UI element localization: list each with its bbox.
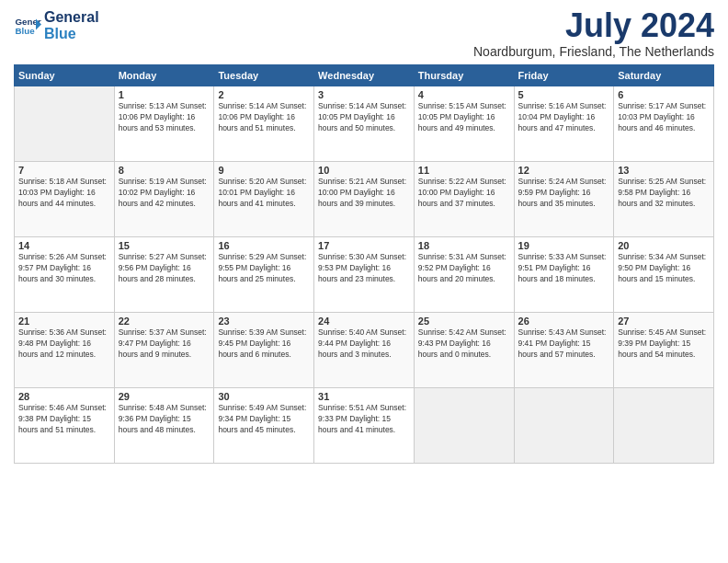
day-info: Sunrise: 5:45 AM Sunset: 9:39 PM Dayligh… [618,327,710,361]
day-info: Sunrise: 5:40 AM Sunset: 9:44 PM Dayligh… [318,327,410,361]
day-cell: 20Sunrise: 5:34 AM Sunset: 9:50 PM Dayli… [614,237,714,313]
day-number: 29 [119,391,210,402]
day-number: 7 [18,165,110,176]
day-info: Sunrise: 5:18 AM Sunset: 10:03 PM Daylig… [18,177,110,210]
week-row-1: 1Sunrise: 5:13 AM Sunset: 10:06 PM Dayli… [15,86,714,162]
day-info: Sunrise: 5:26 AM Sunset: 9:57 PM Dayligh… [18,252,110,285]
calendar-table: SundayMondayTuesdayWednesdayThursdayFrid… [14,64,714,464]
day-info: Sunrise: 5:27 AM Sunset: 9:56 PM Dayligh… [119,252,210,285]
day-number: 24 [318,316,410,327]
day-cell [15,86,115,162]
logo: General Blue General Blue [14,9,99,41]
day-info: Sunrise: 5:49 AM Sunset: 9:34 PM Dayligh… [218,403,310,436]
day-cell: 8Sunrise: 5:19 AM Sunset: 10:02 PM Dayli… [114,162,214,237]
day-cell: 15Sunrise: 5:27 AM Sunset: 9:56 PM Dayli… [114,237,214,313]
col-header-saturday: Saturday [614,65,714,86]
day-cell: 1Sunrise: 5:13 AM Sunset: 10:06 PM Dayli… [114,86,214,162]
day-number: 3 [318,89,410,100]
day-info: Sunrise: 5:19 AM Sunset: 10:02 PM Daylig… [119,177,210,210]
day-cell: 5Sunrise: 5:16 AM Sunset: 10:04 PM Dayli… [514,86,614,162]
day-number: 8 [119,165,210,176]
day-cell: 9Sunrise: 5:20 AM Sunset: 10:01 PM Dayli… [214,162,314,237]
day-number: 6 [618,89,710,100]
day-cell: 3Sunrise: 5:14 AM Sunset: 10:05 PM Dayli… [314,86,415,162]
day-number: 31 [318,391,410,402]
title-block: July 2024 Noardburgum, Friesland, The Ne… [473,9,714,59]
day-info: Sunrise: 5:36 AM Sunset: 9:48 PM Dayligh… [18,327,110,361]
day-number: 19 [518,240,610,251]
day-info: Sunrise: 5:22 AM Sunset: 10:00 PM Daylig… [418,177,510,210]
day-cell: 26Sunrise: 5:43 AM Sunset: 9:41 PM Dayli… [514,313,614,388]
day-cell [614,388,714,464]
day-cell: 2Sunrise: 5:14 AM Sunset: 10:06 PM Dayli… [214,86,314,162]
day-number: 27 [618,316,710,327]
day-cell: 27Sunrise: 5:45 AM Sunset: 9:39 PM Dayli… [614,313,714,388]
day-info: Sunrise: 5:15 AM Sunset: 10:05 PM Daylig… [418,101,510,134]
day-number: 21 [18,316,110,327]
day-info: Sunrise: 5:39 AM Sunset: 9:45 PM Dayligh… [218,327,310,361]
day-info: Sunrise: 5:17 AM Sunset: 10:03 PM Daylig… [618,101,710,134]
day-number: 16 [218,240,310,251]
day-info: Sunrise: 5:14 AM Sunset: 10:05 PM Daylig… [318,101,410,134]
day-cell: 31Sunrise: 5:51 AM Sunset: 9:33 PM Dayli… [314,388,415,464]
logo-text-line2: Blue [44,26,99,42]
col-header-sunday: Sunday [15,65,115,86]
week-row-5: 28Sunrise: 5:46 AM Sunset: 9:38 PM Dayli… [15,388,714,464]
day-info: Sunrise: 5:34 AM Sunset: 9:50 PM Dayligh… [618,252,710,285]
day-number: 18 [418,240,510,251]
day-cell: 10Sunrise: 5:21 AM Sunset: 10:00 PM Dayl… [314,162,415,237]
week-row-4: 21Sunrise: 5:36 AM Sunset: 9:48 PM Dayli… [15,313,714,388]
day-number: 12 [518,165,610,176]
day-number: 30 [218,391,310,402]
day-info: Sunrise: 5:21 AM Sunset: 10:00 PM Daylig… [318,177,410,210]
day-info: Sunrise: 5:25 AM Sunset: 9:58 PM Dayligh… [618,177,710,210]
location: Noardburgum, Friesland, The Netherlands [473,44,714,59]
day-info: Sunrise: 5:29 AM Sunset: 9:55 PM Dayligh… [218,252,310,285]
day-info: Sunrise: 5:51 AM Sunset: 9:33 PM Dayligh… [318,403,410,436]
day-cell [414,388,514,464]
logo-text-line1: General [44,9,99,26]
day-cell: 24Sunrise: 5:40 AM Sunset: 9:44 PM Dayli… [314,313,415,388]
day-cell: 7Sunrise: 5:18 AM Sunset: 10:03 PM Dayli… [15,162,115,237]
day-cell: 6Sunrise: 5:17 AM Sunset: 10:03 PM Dayli… [614,86,714,162]
day-cell: 23Sunrise: 5:39 AM Sunset: 9:45 PM Dayli… [214,313,314,388]
day-number: 22 [119,316,210,327]
day-cell: 25Sunrise: 5:42 AM Sunset: 9:43 PM Dayli… [414,313,514,388]
day-info: Sunrise: 5:13 AM Sunset: 10:06 PM Daylig… [119,101,210,134]
day-cell: 4Sunrise: 5:15 AM Sunset: 10:05 PM Dayli… [414,86,514,162]
day-info: Sunrise: 5:20 AM Sunset: 10:01 PM Daylig… [218,177,310,210]
day-info: Sunrise: 5:37 AM Sunset: 9:47 PM Dayligh… [119,327,210,361]
col-header-monday: Monday [114,65,214,86]
day-number: 28 [18,391,110,402]
day-number: 4 [418,89,510,100]
day-number: 26 [518,316,610,327]
day-info: Sunrise: 5:24 AM Sunset: 9:59 PM Dayligh… [518,177,610,210]
day-info: Sunrise: 5:31 AM Sunset: 9:52 PM Dayligh… [418,252,510,285]
day-cell: 19Sunrise: 5:33 AM Sunset: 9:51 PM Dayli… [514,237,614,313]
day-info: Sunrise: 5:43 AM Sunset: 9:41 PM Dayligh… [518,327,610,361]
day-cell: 30Sunrise: 5:49 AM Sunset: 9:34 PM Dayli… [214,388,314,464]
day-info: Sunrise: 5:46 AM Sunset: 9:38 PM Dayligh… [18,403,110,436]
month-title: July 2024 [473,9,714,42]
header-row: SundayMondayTuesdayWednesdayThursdayFrid… [15,65,714,86]
day-number: 10 [318,165,410,176]
svg-text:Blue: Blue [16,26,36,36]
day-cell: 11Sunrise: 5:22 AM Sunset: 10:00 PM Dayl… [414,162,514,237]
col-header-wednesday: Wednesday [314,65,415,86]
day-cell: 13Sunrise: 5:25 AM Sunset: 9:58 PM Dayli… [614,162,714,237]
logo-icon: General Blue [14,12,41,40]
col-header-friday: Friday [514,65,614,86]
day-info: Sunrise: 5:30 AM Sunset: 9:53 PM Dayligh… [318,252,410,285]
day-number: 25 [418,316,510,327]
day-number: 20 [618,240,710,251]
week-row-3: 14Sunrise: 5:26 AM Sunset: 9:57 PM Dayli… [15,237,714,313]
col-header-thursday: Thursday [414,65,514,86]
day-number: 14 [18,240,110,251]
week-row-2: 7Sunrise: 5:18 AM Sunset: 10:03 PM Dayli… [15,162,714,237]
day-number: 5 [518,89,610,100]
day-cell: 14Sunrise: 5:26 AM Sunset: 9:57 PM Dayli… [15,237,115,313]
day-number: 9 [218,165,310,176]
day-cell: 29Sunrise: 5:48 AM Sunset: 9:36 PM Dayli… [114,388,214,464]
day-number: 1 [119,89,210,100]
day-info: Sunrise: 5:14 AM Sunset: 10:06 PM Daylig… [218,101,310,134]
